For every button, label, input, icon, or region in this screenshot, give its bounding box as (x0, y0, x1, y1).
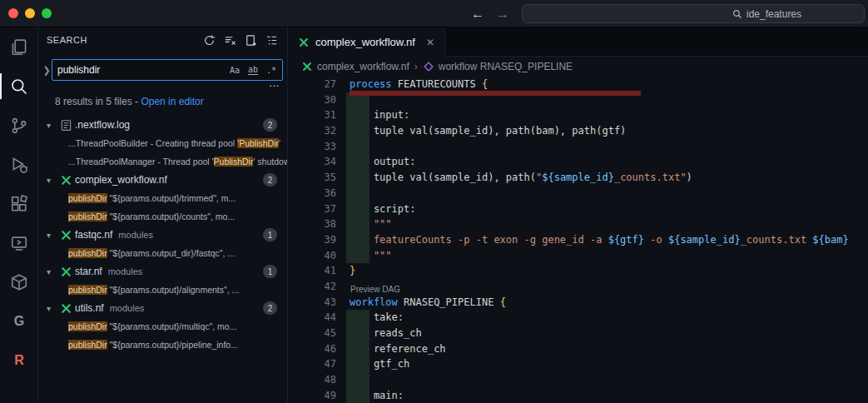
code-line: 45 reads_ch (288, 326, 868, 341)
line-number: 34 (288, 154, 343, 170)
match-text: publishDir "${params.output}/multiqc", m… (68, 321, 236, 331)
extensions-icon (10, 195, 28, 213)
regex-toggle[interactable]: .* (263, 62, 280, 78)
activity-item-containers[interactable] (0, 262, 38, 301)
search-match-row[interactable]: publishDir "${params.output}/counts", mo… (38, 207, 287, 226)
result-count-badge: 2 (263, 301, 277, 315)
code-line: 27process FEATURECOUNTS { (288, 77, 868, 92)
file-folder-label: modules (110, 303, 145, 313)
log-file-icon (60, 119, 72, 132)
match-highlight: publishDir (68, 211, 107, 221)
tab-complex-workflow[interactable]: complex_workflow.nf ✕ (288, 27, 445, 57)
refresh-icon (203, 34, 216, 47)
breadcrumb-file[interactable]: complex_workflow.nf (301, 61, 409, 72)
zoom-window-button[interactable] (42, 8, 52, 18)
breadcrumb-separator: › (414, 61, 418, 72)
line-number: 39 (288, 232, 343, 248)
search-match-row[interactable]: ...ThreadPoolManager - Thread pool 'Publ… (38, 152, 287, 171)
line-number: 42 (288, 279, 343, 295)
close-window-button[interactable] (8, 8, 18, 18)
search-result-file[interactable]: ▾utils.nfmodules2 (38, 299, 287, 317)
activity-item-source-control[interactable] (0, 106, 38, 145)
match-highlight: publishDir (68, 321, 107, 331)
back-button[interactable]: ← (471, 7, 484, 22)
title-bar: ← → ide_features (0, 0, 868, 27)
activity-item-remote-explorer[interactable] (0, 223, 38, 262)
search-match-row[interactable]: publishDir "${params.output}/pipeline_in… (38, 336, 287, 354)
view-as-tree-button[interactable] (264, 32, 279, 47)
search-actions (201, 32, 279, 47)
activity-item-run-debug[interactable] (0, 145, 38, 184)
match-highlight: 'PublishDir (237, 138, 279, 148)
search-match-row[interactable]: publishDir "${params.output}/multiqc", m… (38, 317, 287, 336)
search-match-row[interactable]: publishDir "${params.output}/alignments"… (38, 281, 287, 299)
line-number: 32 (288, 123, 343, 139)
nextflow-file-icon (60, 266, 72, 278)
match-text: publishDir "${params.output_dir}/fastqc"… (68, 248, 235, 258)
chevron-down-icon: ▾ (47, 121, 60, 130)
close-tab-icon[interactable]: ✕ (426, 37, 434, 48)
activity-item-r-language[interactable]: R (0, 341, 38, 380)
nextflow-file-icon (60, 302, 72, 315)
code-line: 43workflow RNASEQ_PIPELINE { (288, 295, 868, 311)
line-number: 45 (288, 326, 343, 341)
r-language-icon: R (14, 353, 24, 368)
tab-bar: complex_workflow.nf ✕ (288, 27, 868, 57)
line-number: 41 (288, 263, 343, 279)
breadcrumb-symbol[interactable]: workflow RNASEQ_PIPELINE (423, 61, 573, 72)
whole-word-toggle[interactable]: ab (245, 62, 261, 78)
match-text: publishDir "${params.output}/pipeline_in… (68, 340, 238, 350)
file-name: star.nf (75, 266, 102, 277)
code-line: 33 (288, 139, 868, 155)
search-input[interactable] (57, 64, 226, 76)
line-number: 49 (288, 388, 343, 403)
refresh-button[interactable] (201, 32, 216, 47)
search-result-file[interactable]: ▾fastqc.nfmodules1 (38, 226, 287, 244)
search-result-file[interactable]: ▾complex_workflow.nf2 (38, 171, 287, 189)
match-case-toggle[interactable]: Aa (226, 62, 243, 78)
line-number: 43 (288, 295, 343, 311)
search-match-row[interactable]: ...ThreadPoolBuilder - Creating thread p… (38, 134, 287, 152)
search-match-row[interactable]: publishDir "${params.output}/trimmed", m… (38, 189, 287, 207)
activity-item-explorer[interactable] (0, 27, 38, 67)
clear-search-results-button[interactable] (222, 32, 237, 47)
search-result-file[interactable]: ▾.nextflow.log2 (38, 116, 287, 134)
file-name: complex_workflow.nf (75, 174, 167, 186)
search-result-file[interactable]: ▾star.nfmodules1 (38, 262, 287, 281)
window-search-field[interactable]: ide_features (522, 4, 865, 23)
code-editor[interactable]: 27process FEATURECOUNTS {3031 input:32 t… (288, 77, 868, 403)
forward-button[interactable]: → (496, 7, 509, 22)
code-line: 36 (288, 186, 868, 202)
clear-search-results-icon (224, 34, 236, 47)
activity-item-search[interactable] (0, 67, 38, 106)
explorer-icon (10, 38, 28, 57)
breadcrumb: complex_workflow.nf › workflow RNASEQ_PI… (288, 57, 868, 77)
code-line: 35 tuple val(sample_id), path("${sample_… (288, 170, 868, 186)
toggle-replace-chevron-icon[interactable]: ❯ (42, 65, 52, 76)
open-new-search-editor-button[interactable] (243, 32, 258, 47)
window-search-text: ide_features (746, 8, 801, 20)
codelens-preview-dag[interactable]: Preview DAG (350, 286, 400, 294)
chevron-down-icon: ▾ (47, 267, 60, 276)
search-match-row[interactable]: publishDir "${params.output_dir}/fastqc"… (38, 244, 287, 262)
open-in-editor-link[interactable]: Open in editor (141, 96, 203, 107)
activity-bar: GR (0, 27, 38, 403)
activity-item-gitlens[interactable]: G (0, 301, 38, 341)
search-results-tree: ▾.nextflow.log2...ThreadPoolBuilder - Cr… (38, 116, 287, 354)
line-number: 36 (288, 186, 343, 202)
toggle-search-details-button[interactable]: ⋯ (269, 81, 279, 92)
gutter-fold-strip (346, 186, 370, 202)
tab-title: complex_workflow.nf (315, 36, 415, 48)
match-text: ...ThreadPoolBuilder - Creating thread p… (68, 138, 280, 148)
line-number: 35 (288, 170, 343, 186)
activity-item-extensions[interactable] (0, 184, 38, 223)
containers-icon (10, 273, 28, 291)
minimize-window-button[interactable] (25, 8, 35, 18)
code-line: 38 """ (288, 216, 868, 232)
match-text: publishDir "${params.output}/alignments"… (68, 285, 239, 295)
open-new-search-editor-icon (245, 34, 257, 47)
match-highlight: publishDir (68, 248, 107, 258)
run-debug-icon (10, 156, 28, 174)
line-number: 31 (288, 107, 343, 123)
match-text: publishDir "${params.output}/trimmed", m… (68, 193, 236, 203)
